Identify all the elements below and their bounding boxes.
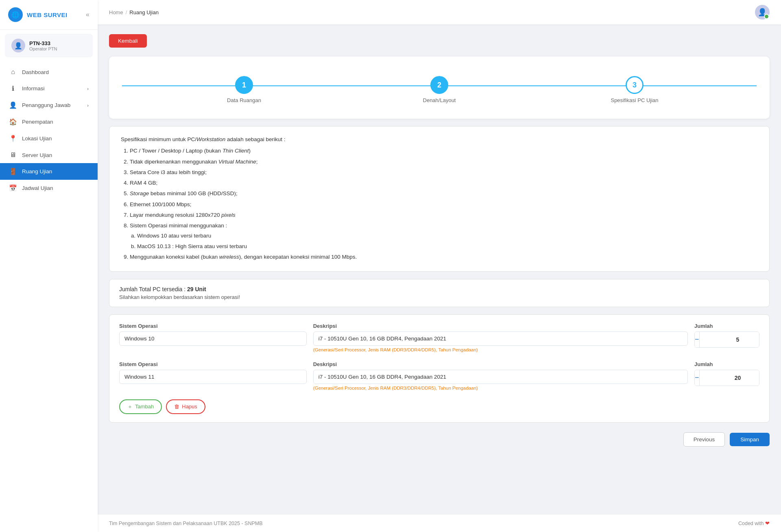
qty-minus-1[interactable]: − <box>695 332 700 347</box>
sidebar: 🌐 WEB SURVEI « 👤 PTN-333 Operator PTN ⌂ … <box>0 0 98 532</box>
desc-hint-1: (Generasi/Seri Processor, Jenis RAM (DDR… <box>313 347 688 352</box>
spec-sub-1: Windows 10 atau versi terbaru <box>137 231 758 241</box>
spec-item-2: Tidak diperkenankan menggunakan Virtual … <box>130 157 758 167</box>
form-label-qty-2: Jumlah <box>694 361 759 367</box>
nav-icon-informasi: ℹ <box>9 85 17 92</box>
footer-heart: ❤ <box>765 521 770 526</box>
footer-right: Coded with ❤ <box>738 520 770 526</box>
desc-input-1[interactable] <box>313 331 688 346</box>
summary-total: Jumlah Total PC tersedia : 29 Unit <box>119 286 759 292</box>
form-actions: ＋ Tambah 🗑 Hapus <box>119 399 759 414</box>
qty-stepper-1: − + <box>694 331 759 348</box>
breadcrumb-home[interactable]: Home <box>109 9 123 15</box>
os-field-1-container <box>119 331 307 346</box>
nav-label-dashboard: Dashboard <box>22 69 49 75</box>
form-label-os-1: Sistem Operasi <box>119 323 307 329</box>
qty-input-2[interactable] <box>700 370 759 386</box>
spec-item-5: Storage bebas minimal 100 GB (HDD/SSD); <box>130 189 758 198</box>
step-1-circle: 1 <box>235 76 253 94</box>
footer-left: Tim Pengembangan Sistem dan Pelaksanaan … <box>109 521 263 526</box>
breadcrumb-current: Ruang Ujian <box>129 9 159 15</box>
sidebar-avatar: 👤 <box>11 39 25 52</box>
qty-field-1-container: − + <box>694 331 759 348</box>
summary-box: Jumlah Total PC tersedia : 29 Unit Silah… <box>109 279 770 307</box>
step-3-circle: 3 <box>626 76 644 94</box>
nav-icon-jadwal-ujian: 📅 <box>9 184 17 192</box>
nav-arrow-penanggung-jawab: › <box>87 103 89 108</box>
tambah-button[interactable]: ＋ Tambah <box>119 399 162 414</box>
nav-label-jadwal-ujian: Jadwal Ujian <box>22 185 53 191</box>
sidebar-item-ruang-ujian[interactable]: 🚪 Ruang Ujian <box>0 163 98 180</box>
step-1-label: Data Ruangan <box>227 97 261 103</box>
spec-item-6: Ethernet 100/1000 Mbps; <box>130 200 758 209</box>
sidebar-item-lokasi-ujian[interactable]: 📍 Lokasi Ujian <box>0 130 98 147</box>
nav-label-penempatan: Penempatan <box>22 119 53 125</box>
spec-item-7: Layar mendukung resolusi 1280x720 pixels <box>130 210 758 220</box>
nav-icon-penanggung-jawab: 👤 <box>9 101 17 109</box>
step-2-circle: 2 <box>430 76 448 94</box>
os-field-2-container <box>119 370 307 384</box>
sidebar-item-penempatan[interactable]: 🏠 Penempatan <box>0 113 98 130</box>
os-input-2[interactable] <box>119 370 307 384</box>
breadcrumb: Home / Ruang Ujian <box>109 9 159 15</box>
sidebar-item-informasi[interactable]: ℹ Informasi › <box>0 80 98 97</box>
form-label-os-2: Sistem Operasi <box>119 361 307 367</box>
step-3-label: Spesifikasi PC Ujian <box>611 97 658 103</box>
stepper: 1 Data Ruangan 2 Denah/Layout 3 Spesi <box>122 68 757 107</box>
spec-item-1: PC / Tower / Desktop / Laptop (bukan Thi… <box>130 146 758 156</box>
spec-item-4: RAM 4 GB; <box>130 178 758 188</box>
footer-right-text: Coded with <box>738 521 764 526</box>
nav-icon-lokasi-ujian: 📍 <box>9 135 17 142</box>
tambah-icon: ＋ <box>127 403 133 410</box>
kembali-button[interactable]: Kembali <box>109 34 147 48</box>
hapus-button[interactable]: 🗑 Hapus <box>166 399 205 414</box>
pc-form-row-1: (Generasi/Seri Processor, Jenis RAM (DDR… <box>119 331 759 352</box>
nav-label-server-ujian: Server Ujian <box>22 152 52 158</box>
nav-label-penanggung-jawab: Penanggung Jawab <box>22 102 70 108</box>
summary-note: Silahkan kelompokkan berdasarkan sistem … <box>119 294 759 300</box>
qty-field-2-container: − + <box>694 370 759 386</box>
sidebar-item-penanggung-jawab[interactable]: 👤 Penanggung Jawab › <box>0 97 98 113</box>
spec-intro: Spesifikasi minimum untuk PC/Workstation… <box>121 135 758 144</box>
sidebar-item-server-ujian[interactable]: 🖥 Server Ujian <box>0 147 98 163</box>
spec-item-9: Menggunakan koneksi kabel (bukan wireles… <box>130 252 758 262</box>
sidebar-collapse-button[interactable]: « <box>86 11 89 18</box>
desc-field-2-container: (Generasi/Seri Processor, Jenis RAM (DDR… <box>313 370 688 390</box>
desc-input-2[interactable] <box>313 370 688 384</box>
spec-info-box: Spesifikasi minimum untuk PC/Workstation… <box>109 126 770 272</box>
breadcrumb-separator: / <box>126 9 127 15</box>
sidebar-user-card: 👤 PTN-333 Operator PTN <box>5 34 93 57</box>
pc-form-box: Sistem Operasi Deskripsi Jumlah (Generas… <box>109 314 770 423</box>
previous-button[interactable]: Previous <box>683 432 725 447</box>
hapus-icon: 🗑 <box>174 403 179 410</box>
nav-label-informasi: Informasi <box>22 85 45 92</box>
desc-field-1-container: (Generasi/Seri Processor, Jenis RAM (DDR… <box>313 331 688 352</box>
stepper-card: 1 Data Ruangan 2 Denah/Layout 3 Spesi <box>109 57 770 119</box>
sidebar-logo: 🌐 WEB SURVEI « <box>0 0 98 30</box>
os-input-1[interactable] <box>119 331 307 346</box>
summary-value: 29 Unit <box>187 286 206 292</box>
page-content: Kembali 1 Data Ruangan 2 Denah/Layout <box>98 24 781 514</box>
nav-icon-dashboard: ⌂ <box>9 68 17 76</box>
step-3: 3 Spesifikasi PC Ujian <box>537 76 732 103</box>
sidebar-user-role: Operator PTN <box>29 46 57 51</box>
topbar-avatar[interactable]: 👤 <box>755 5 770 20</box>
step-1: 1 Data Ruangan <box>146 76 342 103</box>
nav-icon-ruang-ujian: 🚪 <box>9 168 17 175</box>
nav-label-ruang-ujian: Ruang Ujian <box>22 168 52 174</box>
form-row-2-header: Sistem Operasi Deskripsi Jumlah <box>119 361 759 367</box>
tambah-label: Tambah <box>135 403 154 410</box>
spec-sublist: Windows 10 atau versi terbaru MacOS 10.1… <box>130 231 758 252</box>
step-2: 2 Denah/Layout <box>342 76 537 103</box>
simpan-button[interactable]: Simpan <box>730 433 770 446</box>
main-content: Home / Ruang Ujian 👤 Kembali 1 Data Ruan… <box>98 0 781 532</box>
qty-minus-2[interactable]: − <box>695 370 700 386</box>
spec-sub-2: MacOS 10.13 : High Sierra atau versi ter… <box>137 242 758 251</box>
nav-label-lokasi-ujian: Lokasi Ujian <box>22 135 52 142</box>
sidebar-item-jadwal-ujian[interactable]: 📅 Jadwal Ujian <box>0 180 98 196</box>
form-label-desc-2: Deskripsi <box>313 361 688 367</box>
hapus-label: Hapus <box>182 403 197 410</box>
sidebar-item-dashboard[interactable]: ⌂ Dashboard <box>0 64 98 80</box>
qty-stepper-2: − + <box>694 370 759 386</box>
qty-input-1[interactable] <box>700 332 759 347</box>
